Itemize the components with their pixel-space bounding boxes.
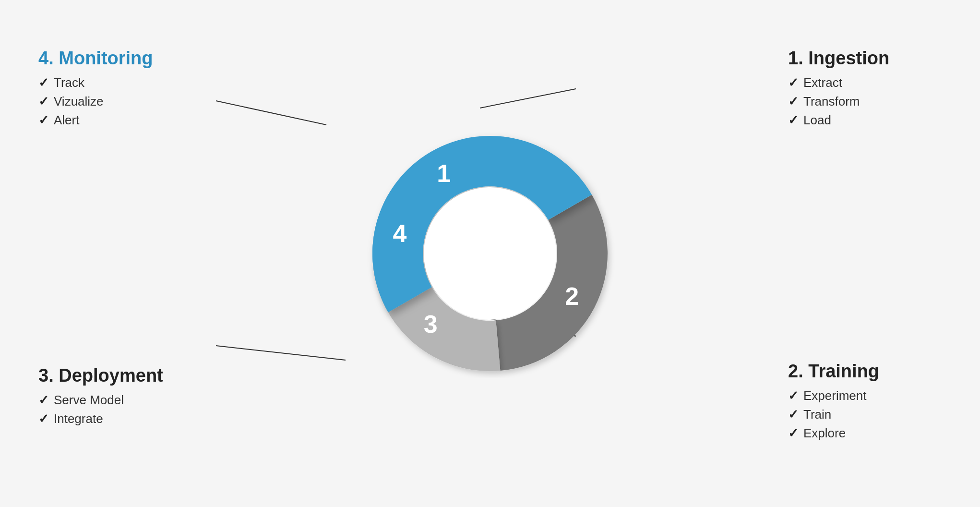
ingestion-section: 1. Ingestion ✓ Extract ✓ Transform ✓ Loa… (788, 48, 942, 132)
segment-label-2: 2 (565, 282, 579, 310)
ingestion-item-label-3: Load (803, 113, 831, 128)
check-icon-6: ✓ (788, 113, 799, 128)
monitoring-number: 4 (38, 48, 48, 68)
monitoring-item-label-3: Alert (54, 113, 79, 128)
training-item-2: ✓ Train (788, 407, 942, 422)
deployment-item-2: ✓ Integrate (38, 411, 192, 426)
svg-line-1 (480, 89, 576, 108)
deployment-item-label-2: Integrate (54, 411, 103, 426)
monitoring-title-text: Monitoring (59, 48, 153, 68)
ingestion-item-label-1: Extract (803, 75, 842, 90)
ingestion-number: 1 (788, 48, 798, 68)
monitoring-item-2: ✓ Vizualize (38, 94, 192, 109)
deployment-section: 3. Deployment ✓ Serve Model ✓ Integrate (38, 365, 192, 430)
ingestion-title: 1. Ingestion (788, 48, 942, 69)
deployment-item-1: ✓ Serve Model (38, 393, 192, 408)
segment-label-3: 3 (424, 310, 438, 338)
donut-svg: 1 2 3 4 (365, 129, 615, 378)
monitoring-item-3: ✓ Alert (38, 113, 192, 128)
check-icon-7: ✓ (38, 393, 49, 408)
check-icon-8: ✓ (38, 411, 49, 426)
monitoring-item-label-2: Vizualize (54, 94, 104, 109)
ingestion-item-2: ✓ Transform (788, 94, 942, 109)
check-icon-2: ✓ (38, 94, 49, 109)
check-icon-3: ✓ (38, 113, 49, 128)
donut-hole (424, 187, 556, 320)
svg-line-2 (216, 346, 346, 360)
monitoring-title: 4. Monitoring (38, 48, 192, 69)
deployment-title-text: Deployment (59, 365, 163, 386)
check-icon-10: ✓ (788, 407, 799, 422)
segment-label-1: 1 (437, 159, 451, 187)
check-icon-11: ✓ (788, 426, 799, 441)
check-icon-1: ✓ (38, 75, 49, 90)
deployment-title: 3. Deployment (38, 365, 192, 386)
check-icon-9: ✓ (788, 388, 799, 403)
segment-label-4: 4 (393, 219, 407, 247)
deployment-item-label-1: Serve Model (54, 393, 124, 408)
training-item-label-1: Experiment (803, 388, 867, 403)
donut-chart: 1 2 3 4 (365, 129, 615, 378)
training-item-label-2: Train (803, 407, 831, 422)
training-title-text: Training (808, 361, 879, 381)
training-section: 2. Training ✓ Experiment ✓ Train ✓ Explo… (788, 361, 942, 445)
training-number: 2 (788, 361, 798, 381)
check-icon-5: ✓ (788, 94, 799, 109)
ingestion-item-label-2: Transform (803, 94, 860, 109)
svg-line-0 (216, 101, 326, 125)
training-item-label-3: Explore (803, 426, 846, 441)
monitoring-item-1: ✓ Track (38, 75, 192, 90)
monitoring-item-label-1: Track (54, 75, 84, 90)
training-item-3: ✓ Explore (788, 426, 942, 441)
deployment-number: 3 (38, 365, 48, 386)
ingestion-item-3: ✓ Load (788, 113, 942, 128)
ingestion-title-text: Ingestion (808, 48, 889, 68)
training-item-1: ✓ Experiment (788, 388, 942, 403)
training-title: 2. Training (788, 361, 942, 382)
ingestion-item-1: ✓ Extract (788, 75, 942, 90)
main-container: 4. Monitoring ✓ Track ✓ Vizualize ✓ Aler… (0, 0, 980, 507)
check-icon-4: ✓ (788, 75, 799, 90)
monitoring-section: 4. Monitoring ✓ Track ✓ Vizualize ✓ Aler… (38, 48, 192, 132)
